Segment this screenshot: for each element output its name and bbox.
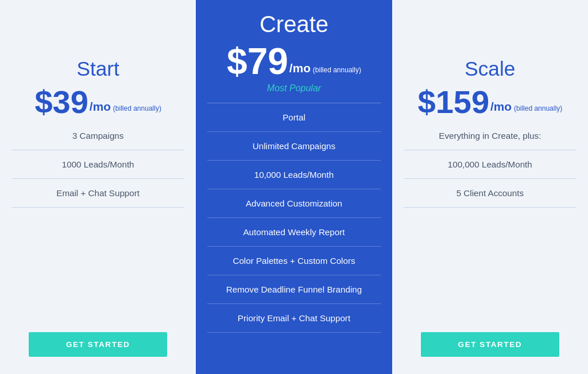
plan-start-price: $39	[34, 86, 88, 118]
plan-scale-billed: (billed annually)	[514, 104, 562, 112]
plan-scale-cta[interactable]: GET STARTED	[421, 332, 559, 357]
plan-create: Create $79 /mo (billed annually) Most Po…	[196, 0, 392, 374]
list-item: Email + Chat Support	[11, 179, 184, 208]
list-item: Automated Weekly Report	[207, 218, 380, 247]
plan-scale-features: Everything in Create, plus: 100,000 Lead…	[404, 122, 577, 318]
list-item: Portal	[207, 103, 380, 132]
plan-scale: Scale $159 /mo (billed annually) Everyth…	[392, 0, 588, 374]
plan-create-features: Portal Unlimited Campaigns 10,000 Leads/…	[207, 103, 380, 357]
plan-start: Start $39 /mo (billed annually) 3 Campai…	[0, 0, 196, 374]
plan-scale-price-mo: /mo	[490, 100, 512, 114]
plan-start-price-mo: /mo	[90, 100, 111, 114]
plan-scale-price-row: $159 /mo (billed annually)	[418, 86, 563, 118]
plan-create-billed: (billed annually)	[313, 66, 361, 74]
plan-start-name: Start	[77, 57, 119, 80]
list-item: 3 Campaigns	[11, 122, 184, 150]
list-item: 1000 Leads/Month	[11, 150, 184, 179]
plan-create-price-row: $79 /mo (billed annually)	[227, 43, 361, 80]
plan-create-price: $79	[227, 43, 288, 80]
plan-start-price-row: $39 /mo (billed annually)	[34, 86, 161, 118]
plan-start-cta[interactable]: GET STARTED	[29, 332, 167, 357]
plan-create-price-mo: /mo	[289, 61, 311, 75]
list-item: Color Palettes + Custom Colors	[207, 247, 380, 275]
list-item: 10,000 Leads/Month	[207, 161, 380, 189]
plan-create-name: Create	[260, 11, 328, 37]
plan-start-billed: (billed annually)	[113, 104, 161, 112]
list-item: Everything in Create, plus:	[404, 122, 577, 150]
list-item: Advanced Customization	[207, 189, 380, 218]
list-item: Priority Email + Chat Support	[207, 304, 380, 333]
list-item: 5 Client Accounts	[404, 179, 577, 208]
plan-scale-price: $159	[418, 86, 490, 118]
plan-scale-name: Scale	[465, 57, 515, 80]
most-popular-label: Most Popular	[267, 83, 321, 94]
list-item: 100,000 Leads/Month	[404, 150, 577, 179]
plan-start-features: 3 Campaigns 1000 Leads/Month Email + Cha…	[11, 122, 184, 318]
list-item: Remove Deadline Funnel Branding	[207, 275, 380, 304]
list-item: Unlimited Campaigns	[207, 132, 380, 161]
pricing-container: Start $39 /mo (billed annually) 3 Campai…	[0, 0, 588, 374]
